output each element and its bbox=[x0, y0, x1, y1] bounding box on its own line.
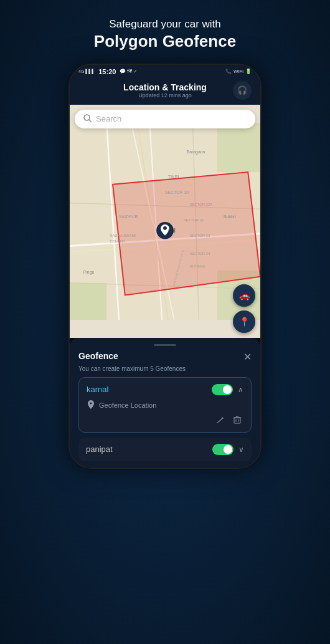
headline: Safeguard your car with Polygon Geofence bbox=[94, 17, 236, 52]
drag-handle[interactable] bbox=[154, 344, 176, 346]
geofence-location-row: Geofence Location bbox=[87, 400, 243, 411]
search-icon bbox=[83, 114, 92, 124]
check-icon: ✓ bbox=[133, 69, 138, 74]
call-icon: 📞 bbox=[225, 69, 232, 74]
pin-icon: 📍 bbox=[239, 317, 250, 327]
svg-text:TIKRI: TIKRI bbox=[168, 175, 179, 179]
app-header: Location & Tracking Updated 12 mins ago … bbox=[70, 77, 260, 105]
geofence-location-text: Geofence Location bbox=[99, 401, 156, 409]
geofence-name-panipat: panipat bbox=[86, 445, 113, 454]
search-placeholder: Search bbox=[96, 114, 121, 123]
signal-icon: 4G bbox=[78, 69, 84, 74]
chevron-up-icon[interactable]: ∧ bbox=[238, 385, 243, 394]
svg-text:SECTOR 32: SECTOR 32 bbox=[184, 218, 204, 222]
svg-text:SECTOR 34: SECTOR 34 bbox=[189, 252, 210, 256]
svg-text:Pingu: Pingu bbox=[83, 270, 95, 275]
panel-close-button[interactable]: ✕ bbox=[243, 351, 252, 363]
geofence-controls: ∧ bbox=[212, 384, 243, 395]
svg-text:COLONY: COLONY bbox=[110, 239, 125, 243]
status-bar: 4G ▌▌▌ 15:20 💬 🗺 ✓ 📞 WiFi 🔋 bbox=[70, 65, 260, 77]
app-subtitle: Updated 12 mins ago bbox=[97, 92, 233, 99]
map-icon: 🗺 bbox=[127, 69, 132, 74]
geofence-card-header: karnal ∧ bbox=[87, 384, 243, 395]
header-center: Location & Tracking Updated 12 mins ago bbox=[97, 82, 233, 99]
panel-title: Geofence bbox=[78, 351, 118, 361]
geofence-row-panipat: panipat ∨ bbox=[78, 438, 252, 461]
headphone-icon: 🎧 bbox=[237, 85, 247, 95]
chevron-down-icon[interactable]: ∨ bbox=[238, 445, 244, 454]
panel-subtitle: You can create maximum 5 Geofences bbox=[78, 365, 252, 372]
location-pin-icon bbox=[88, 400, 94, 411]
svg-text:SECTOR 32A: SECTOR 32A bbox=[189, 203, 212, 206]
pin-location-button[interactable]: 📍 bbox=[233, 310, 255, 333]
geofence-controls-panipat: ∨ bbox=[212, 444, 244, 455]
svg-rect-4 bbox=[217, 123, 260, 172]
geofence-actions bbox=[87, 416, 243, 426]
car-location-button[interactable]: 🚗 bbox=[233, 284, 255, 307]
panel-header: Geofence ✕ bbox=[78, 351, 252, 363]
status-right: 📞 WiFi 🔋 bbox=[225, 69, 252, 74]
wifi-icon: WiFi bbox=[233, 69, 243, 74]
map-svg: nal Baragaon TIKRI SECTOR 30 SECTOR 32A … bbox=[70, 105, 260, 338]
svg-line-1 bbox=[89, 120, 91, 122]
headphone-button[interactable]: 🎧 bbox=[233, 81, 252, 100]
geofence-card-karnal: karnal ∧ Geofence Location bbox=[78, 377, 252, 433]
geofence-toggle-panipat[interactable] bbox=[212, 444, 233, 455]
svg-text:RADHA SWAMI: RADHA SWAMI bbox=[110, 234, 136, 238]
svg-text:SECTOR 33: SECTOR 33 bbox=[189, 234, 210, 238]
svg-text:nal: nal bbox=[168, 228, 176, 234]
svg-text:Baragaon: Baragaon bbox=[187, 150, 205, 155]
svg-text:Subhri: Subhri bbox=[224, 214, 236, 219]
svg-text:SECTOR 30: SECTOR 30 bbox=[165, 190, 189, 194]
svg-point-17 bbox=[163, 226, 167, 230]
geofence-panel: Geofence ✕ You can create maximum 5 Geof… bbox=[70, 338, 260, 468]
search-bar[interactable]: Search bbox=[75, 110, 255, 128]
battery-icon: 🔋 bbox=[245, 69, 252, 74]
whatsapp-icon: 💬 bbox=[120, 69, 126, 74]
app-title: Location & Tracking bbox=[97, 82, 233, 92]
status-time: 15:20 bbox=[98, 68, 116, 75]
signal-bars: ▌▌▌ bbox=[85, 69, 95, 74]
status-left: 4G ▌▌▌ 15:20 💬 🗺 ✓ bbox=[78, 68, 138, 75]
headline-main: Polygon Geofence bbox=[94, 31, 236, 52]
headline-sub: Safeguard your car with bbox=[94, 17, 236, 31]
svg-text:SUHANA: SUHANA bbox=[189, 264, 205, 268]
geofence-name-karnal: karnal bbox=[87, 385, 108, 394]
svg-text:SAIDPUR: SAIDPUR bbox=[119, 214, 138, 219]
fab-container: 🚗 📍 bbox=[233, 284, 255, 333]
svg-rect-33 bbox=[234, 418, 240, 423]
car-icon: 🚗 bbox=[239, 291, 250, 300]
phone-shell: 4G ▌▌▌ 15:20 💬 🗺 ✓ 📞 WiFi 🔋 Location & T… bbox=[68, 64, 262, 469]
map-area[interactable]: Search bbox=[70, 105, 260, 338]
edit-icon[interactable] bbox=[217, 416, 225, 426]
svg-rect-3 bbox=[70, 283, 106, 320]
delete-icon[interactable] bbox=[233, 416, 241, 426]
geofence-toggle-karnal[interactable] bbox=[212, 384, 233, 395]
